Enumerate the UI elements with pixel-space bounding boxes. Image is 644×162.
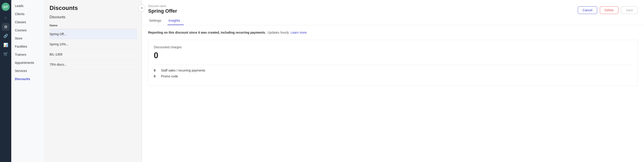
delete-button[interactable]: Delete bbox=[600, 6, 618, 14]
promo-code-label: Promo code bbox=[161, 74, 178, 78]
page-wrapper: GT ⌂ ⚙ 🔗 📊 🛒 Leads Clients Classes Cours… bbox=[0, 0, 644, 162]
sidebar-item-clients[interactable]: Clients bbox=[11, 10, 45, 18]
updates-hourly-text: Updates hourly bbox=[268, 31, 289, 34]
modal-header-right: Cancel Delete Save bbox=[578, 5, 638, 14]
discounted-charges-label: Discounted charges bbox=[154, 45, 632, 49]
save-button[interactable]: Save bbox=[621, 6, 638, 14]
modal-body: Reporting on this discount since it was … bbox=[142, 25, 644, 162]
close-button[interactable]: × bbox=[138, 5, 146, 12]
insights-divider bbox=[154, 65, 632, 65]
sidebar-item-classes[interactable]: Classes bbox=[11, 18, 45, 26]
discount-list-header: Name bbox=[50, 22, 137, 29]
list-item[interactable]: Spring Off... bbox=[50, 29, 137, 39]
modal-header-left: Discount name Spring Offer Settings Insi… bbox=[148, 5, 186, 25]
sidebar-item-discounts[interactable]: Discounts bbox=[11, 75, 45, 83]
sidebar-nav-col: Leads Clients Classes Courses Store Faci… bbox=[11, 0, 45, 162]
discounts-subtitle: Discounts bbox=[50, 15, 137, 19]
sidebar-item-store[interactable]: Store bbox=[11, 34, 45, 42]
tools-icon-btn[interactable]: ⚙ bbox=[2, 23, 10, 31]
home-icon-btn[interactable]: ⌂ bbox=[2, 14, 10, 22]
link-icon-btn[interactable]: 🔗 bbox=[2, 32, 10, 40]
list-item[interactable]: BIL-1309 bbox=[50, 49, 137, 60]
app-logo: GT bbox=[2, 3, 10, 11]
sidebar-item-leads[interactable]: Leads bbox=[11, 2, 45, 10]
modal-tabs: Settings Insights bbox=[148, 17, 186, 25]
sidebar-item-services[interactable]: Services bbox=[11, 67, 45, 75]
cart-icon-btn[interactable]: 🛒 bbox=[2, 50, 10, 58]
sidebar-item-appointments[interactable]: Appointments bbox=[11, 59, 45, 67]
insights-row-promo: 0 Promo code bbox=[154, 74, 632, 78]
modal-title: Spring Offer bbox=[148, 8, 186, 14]
staff-sales-value: 0 bbox=[154, 69, 158, 72]
sidebar-icon-col: GT ⌂ ⚙ 🔗 📊 🛒 bbox=[0, 0, 11, 162]
staff-sales-label: Staff sales / recurring payments bbox=[161, 69, 205, 72]
discount-modal: × Discount name Spring Offer Settings In… bbox=[142, 0, 644, 162]
discounted-charges-value: 0 bbox=[154, 51, 632, 60]
discounts-title: Discounts bbox=[50, 5, 137, 12]
insights-row-staff: 0 Staff sales / recurring payments bbox=[154, 69, 632, 72]
discounts-list-panel: Discounts Discounts Name Spring Off... S… bbox=[45, 0, 142, 162]
sidebar-item-courses[interactable]: Courses bbox=[11, 26, 45, 34]
cancel-button[interactable]: Cancel bbox=[578, 6, 597, 14]
tab-insights[interactable]: Insights bbox=[168, 17, 184, 25]
insights-card: Discounted charges 0 0 Staff sales / rec… bbox=[148, 40, 638, 86]
sidebar-item-trainers[interactable]: Trainers bbox=[11, 51, 45, 59]
modal-header: Discount name Spring Offer Settings Insi… bbox=[142, 0, 644, 25]
list-item[interactable]: Spring 10%... bbox=[50, 39, 137, 49]
discount-name-label: Discount name bbox=[148, 5, 186, 8]
learn-more-link[interactable]: Learn more bbox=[291, 31, 307, 34]
modal-wrapper: × Discount name Spring Offer Settings In… bbox=[142, 0, 644, 162]
tab-settings[interactable]: Settings bbox=[148, 17, 165, 25]
name-column-header: Name bbox=[50, 24, 58, 27]
list-item[interactable]: 75% disco... bbox=[50, 60, 137, 70]
reporting-bold-text: Reporting on this discount since it was … bbox=[148, 31, 266, 34]
promo-code-value: 0 bbox=[154, 74, 158, 78]
chart-icon-btn[interactable]: 📊 bbox=[2, 41, 10, 49]
reporting-banner: Reporting on this discount since it was … bbox=[148, 31, 638, 34]
sidebar-item-facilities[interactable]: Facilities bbox=[11, 42, 45, 51]
